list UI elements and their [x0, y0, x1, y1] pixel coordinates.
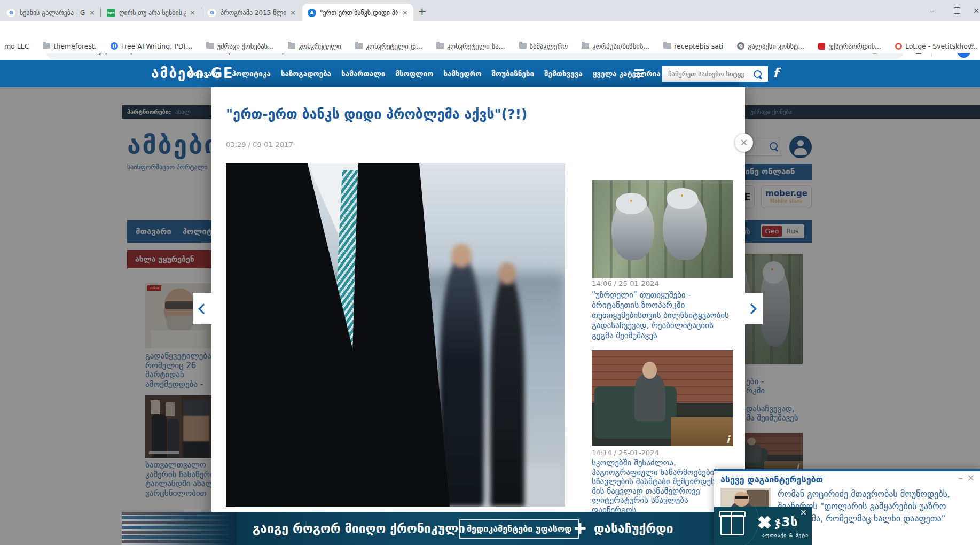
chevron-right-icon	[746, 303, 757, 314]
folder-icon	[582, 43, 589, 49]
folder-icon	[43, 43, 50, 49]
tab-title: "ერთ-ერთ ბანკს დიდი პრობლემა აქვს"	[320, 9, 398, 17]
clover-logo-icon	[761, 519, 768, 526]
google-favicon-icon: G	[6, 8, 16, 18]
tab-strip: G სესხის გალარება - Google ძებნა × bpn ღ…	[0, 0, 980, 21]
popup-close-icon[interactable]: ×	[967, 472, 975, 483]
article-main-image	[226, 163, 565, 507]
folder-icon	[436, 43, 444, 49]
popup-header: ასევე დაგაინტერესებთ	[720, 474, 823, 485]
folder-icon	[206, 43, 214, 49]
bookmark-item[interactable]: კონკრეტული დ...	[355, 42, 422, 50]
nav-item-society[interactable]: საზოგადოება	[281, 69, 331, 78]
article-date: 03:29 / 09-01-2017	[226, 141, 293, 149]
bookmark-item[interactable]: კონკრეტული სა...	[436, 42, 505, 50]
bookmark-item[interactable]: receptebis sati	[663, 42, 723, 50]
banner-text-2: დასაჩუქრდი	[594, 512, 673, 545]
bookmark-item[interactable]: Lot.ge - Svetitskhov...	[895, 42, 977, 50]
site-header: ამბები.GE მთავარი პოლიტიკა საზოგადოება ს…	[0, 60, 980, 87]
folder-icon	[355, 43, 363, 49]
tab-close-icon[interactable]: ×	[402, 9, 408, 16]
sidebar-article-image[interactable]	[592, 180, 733, 278]
tab-2[interactable]: bpn ღირს თუ არა სესხის გალარება ×	[101, 4, 201, 21]
popup-minimize-icon[interactable]: –	[959, 472, 963, 483]
extension-icon	[111, 42, 118, 50]
facebook-icon[interactable]: f	[773, 66, 778, 81]
sidebar-article-time: 14:06 / 25-01-2024	[592, 279, 659, 287]
nav-item-politics[interactable]: პოლიტიკა	[232, 69, 271, 78]
bookmark-item[interactable]: სამაკლერო	[519, 42, 568, 50]
site-search-input[interactable]	[667, 69, 754, 79]
new-tab-button[interactable]: +	[418, 5, 427, 18]
watermark: i	[726, 434, 730, 445]
tab-close-icon[interactable]: ×	[290, 9, 296, 16]
sidebar-article-image[interactable]: i	[592, 350, 733, 446]
gpc-pharmacy-ad[interactable]: × ჯ3ს აფთიაქი & მეტი	[714, 507, 812, 545]
screen: G სესხის გალარება - Google ძებნა × bpn ღ…	[0, 0, 980, 545]
article-modal: "ერთ-ერთ ბანკს დიდი პრობლემა აქვს"(?!) 0…	[211, 87, 745, 545]
tab-close-icon[interactable]: ×	[89, 9, 95, 16]
window-close-button[interactable]: ×	[973, 6, 980, 15]
bookmark-item[interactable]: mo LLC	[4, 42, 29, 50]
bookmarks-bar: mo LLC themeforest. Free AI Writing, PDF…	[0, 38, 980, 53]
tab-1[interactable]: G სესხის გალარება - Google ძებნა ×	[1, 4, 100, 21]
nav-item-all-categories[interactable]: ყველა კატეგორია	[593, 69, 661, 78]
banner-text: გაიგე როგორ მიიღო ქრონიკული	[253, 512, 465, 545]
tab-3[interactable]: G პროგრამა 2015 წლის 1-ელი ×	[202, 4, 301, 21]
g-circle-icon: G	[737, 42, 744, 50]
next-article-arrow[interactable]	[744, 293, 763, 324]
tab-active[interactable]: A "ერთ-ერთ ბანკს დიდი პრობლემა აქვს" ×	[302, 4, 413, 21]
bpn-favicon-icon: bpn	[107, 9, 115, 17]
banner-photo	[122, 512, 237, 545]
bookmark-item[interactable]: Gგალაქსი კონსტ...	[737, 42, 804, 50]
gift-icon	[720, 515, 744, 535]
bookmark-item[interactable]: უძრავი ქონებას...	[206, 42, 274, 50]
nav-item-military[interactable]: სამხედრო	[443, 69, 481, 78]
nav-item-world[interactable]: მსოფლიო	[395, 69, 433, 78]
nav-item-incident[interactable]: შემთხვევა	[544, 69, 583, 78]
nav-item-law[interactable]: სამართალი	[341, 69, 385, 78]
folder-icon	[663, 43, 671, 49]
nav-item-main[interactable]: მთავარი	[190, 69, 222, 78]
red-square-icon	[818, 43, 825, 50]
tab-title: ღირს თუ არა სესხის გალარება	[119, 9, 186, 17]
tab-title: სესხის გალარება - Google ძებნა	[20, 9, 85, 17]
chevron-left-icon	[198, 303, 209, 314]
tab-close-icon[interactable]: ×	[190, 9, 195, 16]
sidebar-article-time: 14:14 / 25-01-2024	[592, 449, 659, 457]
gpc-tagline: აფთიაქი & მეტი	[762, 533, 809, 538]
gpc-logo: ჯ3ს	[774, 515, 798, 529]
tab-title: პროგრამა 2015 წლის 1-ელი	[221, 9, 286, 17]
banner-boxed-text: მედიკამენტები უფასოდ	[459, 519, 579, 539]
orange-circle-icon	[895, 43, 902, 50]
tab-separator	[201, 7, 201, 17]
site-search	[662, 66, 768, 82]
browser-toolbar: → ↻ ambebi.ge/article/188393-ert-ert-ban…	[0, 21, 980, 38]
article-headline: "ერთ-ერთ ბანკს დიდი პრობლემა აქვს"(?!)	[226, 106, 527, 122]
folder-icon	[519, 43, 527, 49]
search-icon[interactable]	[754, 70, 762, 78]
folder-icon	[288, 43, 295, 49]
nav-item-showbiz[interactable]: შოუბიზნესი	[492, 69, 535, 78]
google-favicon-icon: G	[207, 8, 217, 18]
window-maximize-button[interactable]	[954, 7, 960, 14]
bookmarks-overflow-chevron[interactable]: »	[970, 41, 975, 50]
bookmark-item[interactable]: კორპუსი/ბიზნის...	[582, 42, 649, 50]
tab-separator	[100, 7, 101, 17]
prev-article-arrow[interactable]	[193, 293, 211, 324]
site-nav: მთავარი პოლიტიკა საზოგადოება სამართალი მ…	[190, 60, 661, 87]
ambebi-favicon-icon: A	[308, 9, 316, 17]
window-minimize-button[interactable]: –	[930, 6, 935, 15]
bookmark-item[interactable]: Free AI Writing, PDF...	[111, 42, 193, 50]
plus-icon: +	[573, 512, 587, 544]
modal-close-icon[interactable]: ×	[735, 134, 753, 152]
bookmark-item[interactable]: კონკრეტული	[288, 42, 341, 50]
hamburger-menu-icon[interactable]	[634, 69, 644, 79]
bookmark-item[interactable]: themeforest.	[43, 42, 96, 50]
sidebar-article-title[interactable]: სკოლებში შესაძლოა, ჰაგიოგრაფიული ნაწარმო…	[592, 458, 733, 515]
sidebar-article-title[interactable]: "უზრდელი" თუთიყუშები - ბრიტანეთის ზოოპარ…	[592, 290, 733, 341]
bookmark-item[interactable]: ექსტრაორდინ...	[818, 42, 881, 50]
ad-close-icon[interactable]: ×	[800, 507, 807, 517]
